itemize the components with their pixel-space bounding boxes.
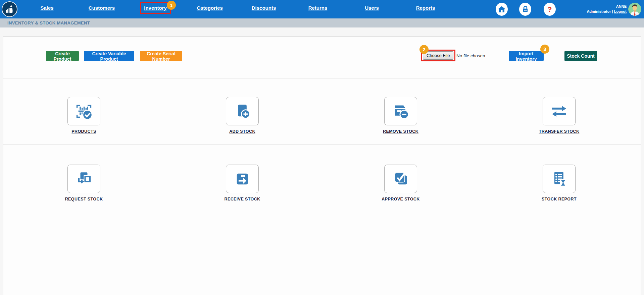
user-role: Administrator bbox=[587, 9, 611, 13]
nav-item-users[interactable]: Users bbox=[365, 5, 379, 11]
lock-icon bbox=[521, 5, 530, 13]
create-product-button[interactable]: Create Product bbox=[46, 51, 79, 61]
transfer-stock-tile[interactable] bbox=[543, 97, 576, 125]
divider bbox=[3, 78, 641, 78]
step-badge-3: 3 bbox=[540, 45, 549, 54]
transfer-stock-link[interactable]: TRANSFER STOCK bbox=[539, 129, 580, 134]
approve-stock-tile[interactable] bbox=[384, 165, 417, 193]
stock-report-tile[interactable] bbox=[543, 165, 576, 193]
approve-stock-link[interactable]: APPROVE STOCK bbox=[382, 197, 419, 201]
app-logo[interactable] bbox=[2, 1, 17, 17]
divider bbox=[3, 213, 641, 213]
help-icon: ? bbox=[548, 5, 552, 13]
create-variable-product-button[interactable]: Create Variable Product bbox=[84, 51, 134, 61]
transfer-arrows-icon bbox=[550, 102, 568, 121]
nav-item-inventory[interactable]: Inventory bbox=[140, 2, 171, 14]
card-request-stock: REQUEST STOCK bbox=[67, 165, 100, 193]
nav-item-categories[interactable]: Categories bbox=[197, 5, 223, 11]
page-title-bar: INVENTORY & STOCK MANAGEMENT bbox=[0, 18, 644, 27]
request-stock-tile[interactable] bbox=[67, 165, 100, 193]
home-button[interactable] bbox=[496, 3, 508, 16]
remove-stock-link[interactable]: REMOVE STOCK bbox=[383, 129, 418, 134]
box-minus-icon bbox=[391, 102, 410, 121]
user-avatar[interactable] bbox=[628, 3, 641, 16]
add-stock-tile[interactable] bbox=[226, 97, 259, 125]
products-link[interactable]: PRODUCTS bbox=[71, 129, 96, 134]
create-serial-number-button[interactable]: Create Serial Number bbox=[140, 51, 182, 61]
card-transfer-stock: TRANSFER STOCK bbox=[543, 97, 576, 125]
card-stock-report: STOCK REPORT bbox=[543, 165, 576, 193]
nav-item-reports[interactable]: Reports bbox=[416, 5, 435, 11]
add-stock-link[interactable]: ADD STOCK bbox=[229, 129, 255, 134]
card-approve-stock: APPROVE STOCK bbox=[384, 165, 417, 193]
user-block: ANNE Administrator | Logout bbox=[587, 4, 627, 14]
step-badge-2: 2 bbox=[419, 45, 429, 54]
nav-item-sales[interactable]: Sales bbox=[40, 5, 53, 11]
barcode-check-icon bbox=[75, 102, 93, 121]
receive-stock-link[interactable]: RECEIVE STOCK bbox=[224, 197, 260, 201]
remove-stock-tile[interactable] bbox=[384, 97, 417, 125]
nav-item-returns[interactable]: Returns bbox=[308, 5, 328, 11]
import-inventory-button[interactable]: Import Inventory bbox=[509, 51, 544, 61]
stock-count-button[interactable]: Stock Count bbox=[564, 51, 597, 61]
logo-icon bbox=[3, 3, 16, 16]
logout-link[interactable]: Logout bbox=[614, 9, 627, 13]
file-status-text: No file chosen bbox=[456, 53, 485, 58]
user-name: ANNE bbox=[587, 4, 627, 9]
squares-arrow-icon bbox=[75, 170, 93, 188]
report-hourglass-icon bbox=[550, 170, 568, 188]
card-products: PRODUCTS bbox=[67, 97, 100, 125]
card-add-stock: ADD STOCK bbox=[226, 97, 259, 125]
page-title: INVENTORY & STOCK MANAGEMENT bbox=[7, 20, 90, 25]
card-remove-stock: REMOVE STOCK bbox=[384, 97, 417, 125]
products-tile[interactable] bbox=[67, 97, 100, 125]
choose-file-button[interactable]: Choose File bbox=[423, 51, 453, 60]
annotation-box-inventory: Inventory bbox=[140, 2, 171, 14]
card-receive-stock: RECEIVE STOCK bbox=[226, 165, 259, 193]
user-divider: | bbox=[612, 9, 613, 13]
request-stock-link[interactable]: REQUEST STOCK bbox=[65, 197, 103, 201]
step-badge-1: 1 bbox=[167, 1, 176, 10]
nav-item-customers[interactable]: Customers bbox=[89, 5, 115, 11]
document-plus-icon bbox=[233, 102, 252, 121]
divider bbox=[3, 144, 641, 144]
receive-stock-tile[interactable] bbox=[226, 165, 259, 193]
square-arrow-right-icon bbox=[233, 170, 252, 188]
help-button[interactable]: ? bbox=[544, 3, 556, 16]
lock-button[interactable] bbox=[519, 3, 531, 16]
stock-report-link[interactable]: STOCK REPORT bbox=[542, 197, 577, 201]
top-nav: Sales Customers Inventory 1 Categories D… bbox=[0, 0, 644, 18]
squares-check-icon bbox=[391, 170, 410, 188]
home-icon bbox=[497, 5, 506, 14]
nav-item-discounts[interactable]: Discounts bbox=[252, 5, 276, 11]
avatar-icon bbox=[628, 3, 641, 16]
